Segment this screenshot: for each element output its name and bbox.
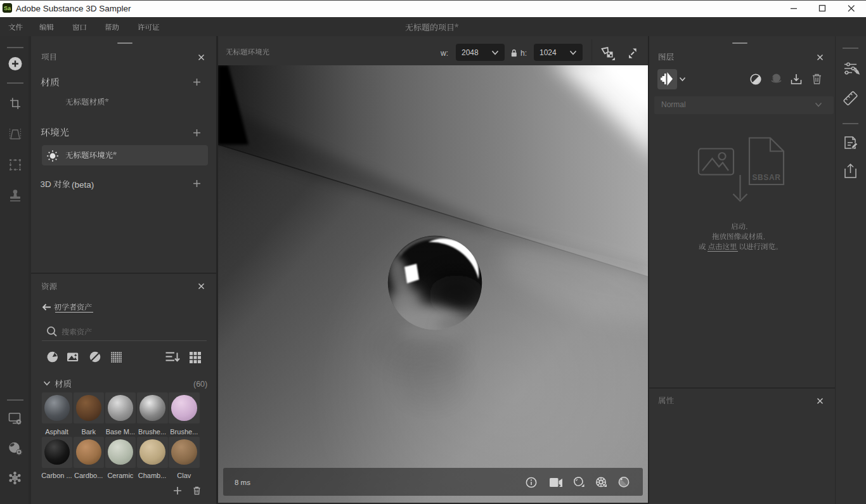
- svg-text:SBSAR: SBSAR: [752, 173, 780, 182]
